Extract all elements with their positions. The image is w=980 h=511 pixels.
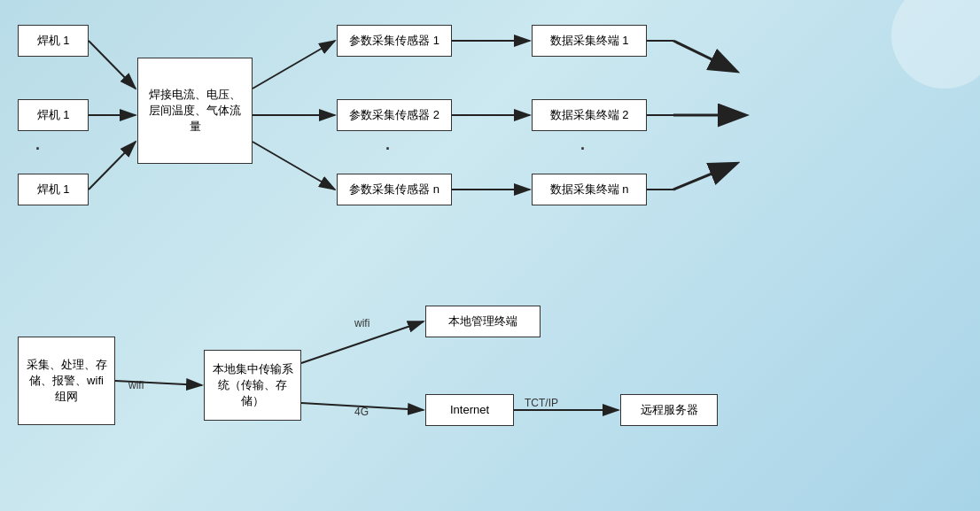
local-terminal-box: 本地管理终端 bbox=[425, 306, 541, 337]
arrow-process-sensor1 bbox=[253, 41, 335, 89]
arrow-process-sensor3 bbox=[253, 142, 335, 190]
remote-server-box: 远程服务器 bbox=[620, 394, 718, 426]
data-terminal-3: 数据采集终端 n bbox=[532, 174, 647, 205]
data-terminal-2: 数据采集终端 2 bbox=[532, 99, 647, 131]
welding-machine-3: 焊机 1 bbox=[18, 174, 89, 205]
tctip-label: TCT/IP bbox=[525, 397, 558, 409]
arrow-weld1-process bbox=[89, 41, 136, 89]
big-arrow-top bbox=[673, 41, 735, 71]
ellipsis-sensor: · bbox=[385, 140, 390, 159]
local-central-box: 本地集中传输系统（传输、存储） bbox=[204, 350, 301, 421]
4g-label: 4G bbox=[354, 406, 369, 418]
welding-machine-2: 焊机 1 bbox=[18, 99, 89, 131]
arrow-weld3-process bbox=[89, 142, 136, 190]
process-box: 焊接电流、电压、层间温度、气体流量 bbox=[137, 58, 253, 164]
collect-box: 采集、处理、存储、报警、wifi 组网 bbox=[18, 337, 115, 425]
deco-circle bbox=[891, 0, 980, 89]
internet-box: Internet bbox=[425, 394, 514, 426]
ellipsis-terminal: · bbox=[580, 140, 585, 159]
wifi-label-2: wifi bbox=[354, 317, 369, 329]
data-terminal-1: 数据采集终端 1 bbox=[532, 25, 647, 57]
sensor-2: 参数采集传感器 2 bbox=[337, 99, 452, 131]
big-arrow-bot bbox=[673, 164, 735, 190]
ellipsis-top: · bbox=[35, 140, 40, 159]
sensor-3: 参数采集传感器 n bbox=[337, 174, 452, 205]
wifi-label-1: wifi bbox=[128, 379, 144, 391]
sensor-1: 参数采集传感器 1 bbox=[337, 25, 452, 57]
diagram-container: 焊机 1 焊机 1 焊机 1 · 焊接电流、电压、层间温度、气体流量 参数采集传… bbox=[0, 0, 980, 511]
welding-machine-1: 焊机 1 bbox=[18, 25, 89, 57]
